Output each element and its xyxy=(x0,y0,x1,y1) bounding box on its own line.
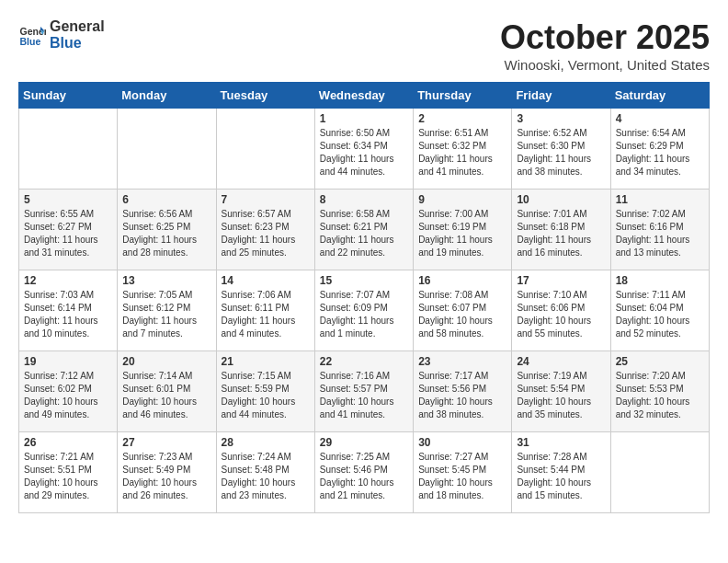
week-row-5: 26Sunrise: 7:21 AM Sunset: 5:51 PM Dayli… xyxy=(19,432,710,513)
day-cell: 9Sunrise: 7:00 AM Sunset: 6:19 PM Daylig… xyxy=(414,190,512,270)
week-row-3: 12Sunrise: 7:03 AM Sunset: 6:14 PM Dayli… xyxy=(19,270,710,351)
day-cell: 24Sunrise: 7:19 AM Sunset: 5:54 PM Dayli… xyxy=(512,351,610,432)
month-title: October 2025 xyxy=(500,18,710,57)
day-number: 2 xyxy=(418,112,506,125)
day-cell: 19Sunrise: 7:12 AM Sunset: 6:02 PM Dayli… xyxy=(19,351,118,432)
day-info: Sunrise: 7:15 AM Sunset: 5:59 PM Dayligh… xyxy=(222,370,310,421)
day-info: Sunrise: 7:19 AM Sunset: 5:54 PM Dayligh… xyxy=(517,370,605,421)
day-number: 13 xyxy=(122,274,210,287)
day-cell: 30Sunrise: 7:27 AM Sunset: 5:45 PM Dayli… xyxy=(414,432,512,513)
day-number: 1 xyxy=(320,112,408,125)
day-cell: 1Sunrise: 6:50 AM Sunset: 6:34 PM Daylig… xyxy=(314,109,413,190)
logo-icon: General Blue xyxy=(18,21,46,49)
day-cell: 29Sunrise: 7:25 AM Sunset: 5:46 PM Dayli… xyxy=(314,432,413,513)
day-number: 3 xyxy=(517,112,605,125)
day-number: 30 xyxy=(418,436,506,449)
day-cell xyxy=(610,432,709,513)
day-info: Sunrise: 7:00 AM Sunset: 6:19 PM Dayligh… xyxy=(418,208,506,259)
day-info: Sunrise: 7:23 AM Sunset: 5:49 PM Dayligh… xyxy=(122,451,210,502)
svg-text:Blue: Blue xyxy=(20,35,41,46)
logo-blue-text: Blue xyxy=(50,35,105,52)
day-number: 23 xyxy=(418,355,506,368)
day-cell: 13Sunrise: 7:05 AM Sunset: 6:12 PM Dayli… xyxy=(118,270,216,351)
day-cell: 4Sunrise: 6:54 AM Sunset: 6:29 PM Daylig… xyxy=(610,109,709,190)
day-number: 8 xyxy=(320,193,408,206)
day-cell: 27Sunrise: 7:23 AM Sunset: 5:49 PM Dayli… xyxy=(118,432,216,513)
day-number: 14 xyxy=(222,274,310,287)
day-cell: 22Sunrise: 7:16 AM Sunset: 5:57 PM Dayli… xyxy=(314,351,413,432)
day-number: 4 xyxy=(616,112,704,125)
weekday-header-row: SundayMondayTuesdayWednesdayThursdayFrid… xyxy=(19,83,710,109)
day-number: 31 xyxy=(517,436,605,449)
day-info: Sunrise: 6:56 AM Sunset: 6:25 PM Dayligh… xyxy=(122,208,210,259)
day-cell xyxy=(19,109,118,190)
calendar-table: SundayMondayTuesdayWednesdayThursdayFrid… xyxy=(18,82,710,513)
title-area: October 2025 Winooski, Vermont, United S… xyxy=(500,18,710,73)
day-info: Sunrise: 7:10 AM Sunset: 6:06 PM Dayligh… xyxy=(517,289,605,340)
day-number: 18 xyxy=(616,274,704,287)
day-cell: 18Sunrise: 7:11 AM Sunset: 6:04 PM Dayli… xyxy=(610,270,709,351)
logo-general-text: General xyxy=(50,18,105,35)
day-info: Sunrise: 7:08 AM Sunset: 6:07 PM Dayligh… xyxy=(418,289,506,340)
day-cell: 25Sunrise: 7:20 AM Sunset: 5:53 PM Dayli… xyxy=(610,351,709,432)
day-info: Sunrise: 7:05 AM Sunset: 6:12 PM Dayligh… xyxy=(122,289,210,340)
day-number: 24 xyxy=(517,355,605,368)
day-info: Sunrise: 6:50 AM Sunset: 6:34 PM Dayligh… xyxy=(320,127,408,178)
day-info: Sunrise: 7:01 AM Sunset: 6:18 PM Dayligh… xyxy=(517,208,605,259)
day-number: 9 xyxy=(418,193,506,206)
week-row-4: 19Sunrise: 7:12 AM Sunset: 6:02 PM Dayli… xyxy=(19,351,710,432)
day-cell: 3Sunrise: 6:52 AM Sunset: 6:30 PM Daylig… xyxy=(512,109,610,190)
day-number: 19 xyxy=(24,355,112,368)
day-info: Sunrise: 6:55 AM Sunset: 6:27 PM Dayligh… xyxy=(24,208,112,259)
weekday-header-sunday: Sunday xyxy=(19,83,118,109)
day-info: Sunrise: 7:21 AM Sunset: 5:51 PM Dayligh… xyxy=(24,451,112,502)
day-cell: 6Sunrise: 6:56 AM Sunset: 6:25 PM Daylig… xyxy=(118,190,216,270)
day-cell: 16Sunrise: 7:08 AM Sunset: 6:07 PM Dayli… xyxy=(414,270,512,351)
day-cell: 26Sunrise: 7:21 AM Sunset: 5:51 PM Dayli… xyxy=(19,432,118,513)
day-info: Sunrise: 7:03 AM Sunset: 6:14 PM Dayligh… xyxy=(24,289,112,340)
day-cell: 14Sunrise: 7:06 AM Sunset: 6:11 PM Dayli… xyxy=(216,270,314,351)
day-cell xyxy=(118,109,216,190)
weekday-header-saturday: Saturday xyxy=(610,83,709,109)
day-info: Sunrise: 6:54 AM Sunset: 6:29 PM Dayligh… xyxy=(616,127,704,178)
day-info: Sunrise: 7:17 AM Sunset: 5:56 PM Dayligh… xyxy=(418,370,506,421)
day-cell: 11Sunrise: 7:02 AM Sunset: 6:16 PM Dayli… xyxy=(610,190,709,270)
location-text: Winooski, Vermont, United States xyxy=(500,57,710,73)
day-number: 15 xyxy=(320,274,408,287)
day-number: 25 xyxy=(616,355,704,368)
weekday-header-friday: Friday xyxy=(512,83,610,109)
day-number: 11 xyxy=(616,193,704,206)
day-cell: 15Sunrise: 7:07 AM Sunset: 6:09 PM Dayli… xyxy=(314,270,413,351)
day-cell: 23Sunrise: 7:17 AM Sunset: 5:56 PM Dayli… xyxy=(414,351,512,432)
day-number: 29 xyxy=(320,436,408,449)
day-info: Sunrise: 7:06 AM Sunset: 6:11 PM Dayligh… xyxy=(222,289,310,340)
day-cell: 21Sunrise: 7:15 AM Sunset: 5:59 PM Dayli… xyxy=(216,351,314,432)
day-cell: 31Sunrise: 7:28 AM Sunset: 5:44 PM Dayli… xyxy=(512,432,610,513)
day-cell: 20Sunrise: 7:14 AM Sunset: 6:01 PM Dayli… xyxy=(118,351,216,432)
day-cell: 12Sunrise: 7:03 AM Sunset: 6:14 PM Dayli… xyxy=(19,270,118,351)
day-info: Sunrise: 7:16 AM Sunset: 5:57 PM Dayligh… xyxy=(320,370,408,421)
day-number: 7 xyxy=(222,193,310,206)
day-info: Sunrise: 6:57 AM Sunset: 6:23 PM Dayligh… xyxy=(222,208,310,259)
day-cell: 5Sunrise: 6:55 AM Sunset: 6:27 PM Daylig… xyxy=(19,190,118,270)
logo-text: General Blue xyxy=(50,18,105,51)
day-info: Sunrise: 7:28 AM Sunset: 5:44 PM Dayligh… xyxy=(517,451,605,502)
day-cell: 28Sunrise: 7:24 AM Sunset: 5:48 PM Dayli… xyxy=(216,432,314,513)
day-info: Sunrise: 6:52 AM Sunset: 6:30 PM Dayligh… xyxy=(517,127,605,178)
day-cell xyxy=(216,109,314,190)
weekday-header-wednesday: Wednesday xyxy=(314,83,413,109)
day-info: Sunrise: 7:12 AM Sunset: 6:02 PM Dayligh… xyxy=(24,370,112,421)
day-info: Sunrise: 7:20 AM Sunset: 5:53 PM Dayligh… xyxy=(616,370,704,421)
day-info: Sunrise: 6:51 AM Sunset: 6:32 PM Dayligh… xyxy=(418,127,506,178)
day-number: 27 xyxy=(122,436,210,449)
day-cell: 2Sunrise: 6:51 AM Sunset: 6:32 PM Daylig… xyxy=(414,109,512,190)
day-number: 12 xyxy=(24,274,112,287)
day-info: Sunrise: 7:07 AM Sunset: 6:09 PM Dayligh… xyxy=(320,289,408,340)
day-cell: 10Sunrise: 7:01 AM Sunset: 6:18 PM Dayli… xyxy=(512,190,610,270)
day-number: 22 xyxy=(320,355,408,368)
day-number: 21 xyxy=(222,355,310,368)
weekday-header-thursday: Thursday xyxy=(414,83,512,109)
day-cell: 17Sunrise: 7:10 AM Sunset: 6:06 PM Dayli… xyxy=(512,270,610,351)
day-cell: 8Sunrise: 6:58 AM Sunset: 6:21 PM Daylig… xyxy=(314,190,413,270)
day-info: Sunrise: 7:25 AM Sunset: 5:46 PM Dayligh… xyxy=(320,451,408,502)
